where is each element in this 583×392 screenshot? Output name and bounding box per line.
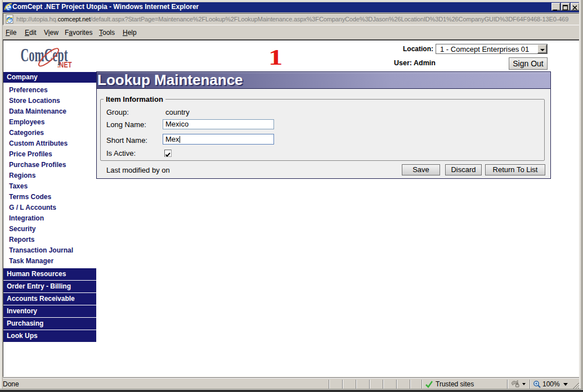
svg-text:.NET: .NET — [57, 60, 72, 69]
